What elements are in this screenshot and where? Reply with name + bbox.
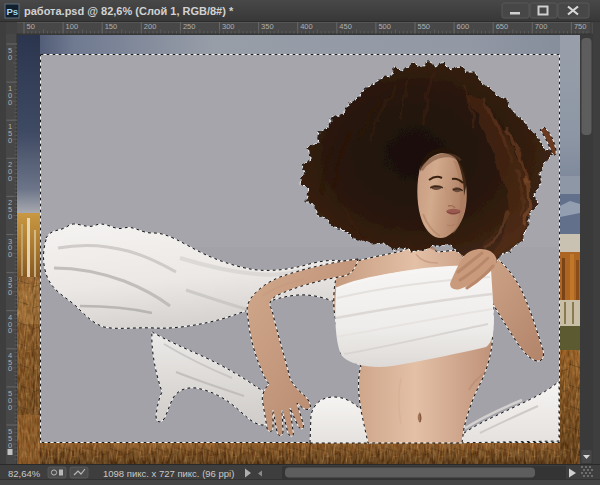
svg-text:82,64%: 82,64%: [8, 468, 41, 479]
svg-text:750: 750: [574, 22, 587, 31]
svg-text:50: 50: [27, 22, 35, 31]
svg-text:0: 0: [8, 136, 12, 145]
svg-text:250: 250: [183, 22, 196, 31]
svg-text:Ps: Ps: [7, 6, 19, 17]
svg-text:0: 0: [8, 441, 12, 450]
svg-text:0: 0: [8, 212, 12, 221]
svg-text:0: 0: [8, 403, 12, 412]
svg-text:1098 пикс. x 727 пикс. (96 ppi: 1098 пикс. x 727 пикс. (96 ppi): [103, 468, 234, 479]
svg-text:0: 0: [8, 288, 12, 297]
svg-text:0: 0: [8, 53, 12, 62]
svg-text:400: 400: [300, 22, 313, 31]
svg-text:0: 0: [8, 250, 12, 259]
svg-text:100: 100: [66, 22, 79, 31]
svg-text:300: 300: [222, 22, 235, 31]
svg-text:650: 650: [496, 22, 509, 31]
svg-text:0: 0: [8, 326, 12, 335]
svg-text:550: 550: [418, 22, 431, 31]
svg-text:работа.psd @ 82,6% (Слой 1, RG: работа.psd @ 82,6% (Слой 1, RGB/8#) *: [24, 5, 234, 17]
svg-text:0: 0: [8, 98, 12, 107]
svg-text:200: 200: [144, 22, 157, 31]
svg-text:700: 700: [535, 22, 548, 31]
svg-text:600: 600: [457, 22, 470, 31]
svg-text:450: 450: [339, 22, 352, 31]
svg-text:500: 500: [378, 22, 391, 31]
svg-text:350: 350: [261, 22, 274, 31]
svg-text:150: 150: [105, 22, 118, 31]
svg-text:0: 0: [8, 364, 12, 373]
svg-text:0: 0: [8, 174, 12, 183]
